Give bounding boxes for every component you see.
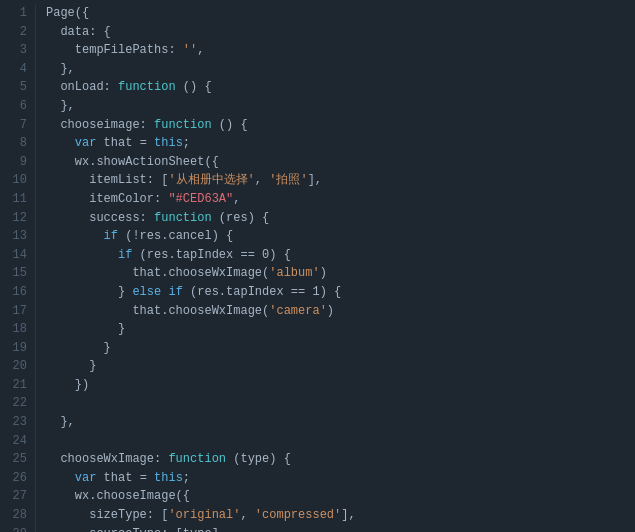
- line-number: 17: [6, 302, 27, 321]
- line-number: 24: [6, 432, 27, 451]
- code-line: sizeType: ['original', 'compressed'],: [46, 506, 627, 525]
- code-line: Page({: [46, 4, 627, 23]
- code-line: onLoad: function () {: [46, 78, 627, 97]
- line-number: 15: [6, 264, 27, 283]
- line-number: 27: [6, 487, 27, 506]
- line-number: 29: [6, 525, 27, 532]
- code-line: if (res.tapIndex == 0) {: [46, 246, 627, 265]
- line-number: 10: [6, 171, 27, 190]
- line-number: 7: [6, 116, 27, 135]
- code-content: Page({ data: { tempFilePaths: '', }, onL…: [36, 4, 635, 532]
- line-number: 18: [6, 320, 27, 339]
- code-line: },: [46, 413, 627, 432]
- line-number: 20: [6, 357, 27, 376]
- code-line: } else if (res.tapIndex == 1) {: [46, 283, 627, 302]
- line-number: 8: [6, 134, 27, 153]
- code-line: data: {: [46, 23, 627, 42]
- code-line: }): [46, 376, 627, 395]
- code-line: that.chooseWxImage('album'): [46, 264, 627, 283]
- code-line: itemList: ['从相册中选择', '拍照'],: [46, 171, 627, 190]
- line-number: 2: [6, 23, 27, 42]
- code-line: }: [46, 357, 627, 376]
- code-line: var that = this;: [46, 469, 627, 488]
- line-number: 16: [6, 283, 27, 302]
- line-number: 25: [6, 450, 27, 469]
- code-line: wx.chooseImage({: [46, 487, 627, 506]
- code-line: itemColor: "#CED63A",: [46, 190, 627, 209]
- line-number: 9: [6, 153, 27, 172]
- line-number: 3: [6, 41, 27, 60]
- code-line: [46, 394, 627, 413]
- code-line: var that = this;: [46, 134, 627, 153]
- line-number: 1: [6, 4, 27, 23]
- code-line: success: function (res) {: [46, 209, 627, 228]
- line-number: 14: [6, 246, 27, 265]
- code-line: chooseimage: function () {: [46, 116, 627, 135]
- code-line: chooseWxImage: function (type) {: [46, 450, 627, 469]
- line-number: 26: [6, 469, 27, 488]
- line-number: 23: [6, 413, 27, 432]
- line-number: 11: [6, 190, 27, 209]
- code-line: [46, 432, 627, 451]
- line-number: 5: [6, 78, 27, 97]
- code-line: if (!res.cancel) {: [46, 227, 627, 246]
- code-line: }: [46, 339, 627, 358]
- code-line: tempFilePaths: '',: [46, 41, 627, 60]
- code-line: wx.showActionSheet({: [46, 153, 627, 172]
- line-number: 21: [6, 376, 27, 395]
- line-number: 13: [6, 227, 27, 246]
- line-number: 4: [6, 60, 27, 79]
- line-number: 6: [6, 97, 27, 116]
- code-line: },: [46, 97, 627, 116]
- line-number: 22: [6, 394, 27, 413]
- code-line: },: [46, 60, 627, 79]
- code-line: that.chooseWxImage('camera'): [46, 302, 627, 321]
- line-number: 28: [6, 506, 27, 525]
- line-number: 19: [6, 339, 27, 358]
- code-line: sourceType: [type],: [46, 525, 627, 532]
- line-number: 12: [6, 209, 27, 228]
- code-line: }: [46, 320, 627, 339]
- line-numbers: 1234567891011121314151617181920212223242…: [0, 4, 36, 532]
- code-editor: 1234567891011121314151617181920212223242…: [0, 0, 635, 532]
